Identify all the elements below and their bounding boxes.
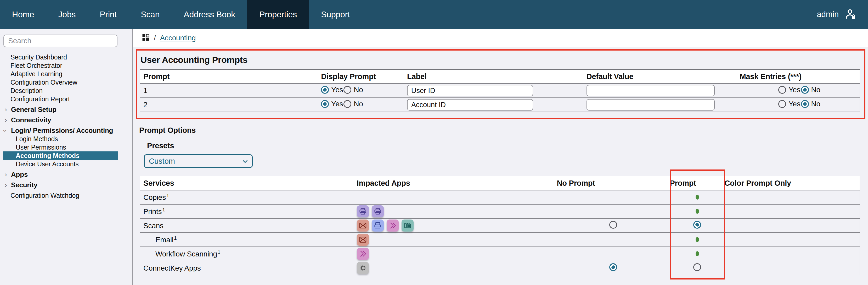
sidebar-group-login-permissions-accounting[interactable]: ›Login/ Permissions/ Accounting [0, 126, 132, 135]
prompt-radio[interactable] [670, 219, 724, 233]
sidebar-item-fleet-orchestrator[interactable]: Fleet Orchestrator [0, 61, 132, 70]
nav-spacer [362, 0, 817, 29]
nav-home[interactable]: Home [0, 0, 46, 29]
printer-icon [372, 205, 384, 218]
main-panel: / Accounting User Accounting Prompts Pro… [133, 29, 868, 285]
service-row-prints: Prints1 [140, 204, 860, 219]
nav-properties[interactable]: Properties [247, 0, 309, 29]
col-no-prompt: No Prompt [557, 176, 670, 190]
presets-select[interactable]: Custom [144, 154, 253, 168]
user-menu[interactable]: admin [817, 0, 868, 29]
color-prompt-only-cell [725, 261, 860, 275]
breadcrumb-link-accounting[interactable]: Accounting [160, 34, 196, 42]
sidebar-item-configuration-overview[interactable]: Configuration Overview [0, 78, 132, 86]
nav-print[interactable]: Print [88, 0, 129, 29]
sidebar-group-apps[interactable]: ›Apps [0, 170, 132, 179]
mask-entries-yes-radio[interactable] [778, 86, 786, 94]
chevron-right-icon: › [5, 170, 7, 179]
sidebar-item-configuration-watchdog[interactable]: Configuration Watchdog [0, 191, 132, 200]
sidebar-item-description[interactable]: Description [0, 86, 132, 95]
prompt-enabled-dot [695, 237, 699, 242]
sidebar-group-general-setup[interactable]: ›General Setup [0, 105, 132, 114]
col-prompt: Prompt [140, 69, 316, 84]
no-prompt-cell [557, 247, 670, 261]
nav-jobs[interactable]: Jobs [46, 0, 88, 29]
prompt-radio[interactable] [670, 261, 724, 275]
prompt-row-2: 2 Yes No [140, 98, 860, 112]
prompt-enabled-dot [695, 195, 699, 200]
default-value-field[interactable] [587, 99, 715, 111]
nav-scan[interactable]: Scan [129, 0, 172, 29]
user-name: admin [817, 10, 839, 19]
col-prompt: Prompt [670, 176, 724, 190]
services-table-wrap: Services Impacted Apps No Prompt Prompt … [140, 176, 860, 275]
chevron-right-icon: › [5, 116, 7, 124]
user-lock-icon [844, 8, 857, 21]
service-label: Prints [143, 207, 162, 216]
service-label: Copies [143, 193, 166, 201]
col-mask-entries: Mask Entries (***) [740, 69, 860, 84]
email-icon [357, 234, 369, 246]
no-prompt-radio[interactable] [557, 219, 670, 233]
chevron-down-icon: › [1, 130, 9, 132]
impacted-apps [357, 205, 557, 218]
display-prompt-no-radio[interactable] [343, 86, 351, 94]
workflow-scanning-icon [386, 220, 399, 232]
presets-select-wrap: Custom [144, 154, 253, 168]
display-prompt-yes-radio[interactable] [321, 100, 329, 108]
prompt-enabled-dot [695, 209, 699, 214]
service-row-copies: Copies1 [140, 190, 860, 204]
service-row-scans: Scans [140, 219, 860, 233]
col-impacted-apps: Impacted Apps [353, 176, 557, 190]
no-prompt-cell [557, 233, 670, 247]
display-prompt-no-radio[interactable] [343, 100, 351, 108]
color-prompt-only-cell [725, 219, 860, 233]
col-label: Label [401, 69, 579, 84]
scanner-icon [372, 220, 384, 232]
prompt-cell [670, 204, 724, 219]
sidebar-group-connectivity[interactable]: ›Connectivity [0, 116, 132, 124]
no-prompt-cell[interactable] [557, 204, 670, 219]
nav-support[interactable]: Support [309, 0, 362, 29]
sidebar-item-login-methods[interactable]: Login Methods [0, 135, 132, 143]
presets-label: Presets [147, 141, 865, 150]
prompt-cell [670, 247, 724, 261]
sidebar-group-security[interactable]: ›Security [0, 181, 132, 189]
sidebar-item-device-user-accounts[interactable]: Device User Accounts [0, 160, 132, 168]
breadcrumb: / Accounting [133, 29, 868, 47]
grid-icon[interactable] [142, 33, 150, 42]
annotation-box-user-accounting-prompts: User Accounting Prompts Prompt Display P… [136, 49, 865, 119]
footnote-marker: 1 [174, 235, 177, 241]
nav-address-book[interactable]: Address Book [172, 0, 247, 29]
screen: Home Jobs Print Scan Address Book Proper… [0, 0, 868, 285]
breadcrumb-separator: / [154, 34, 156, 42]
footnote-marker: 1 [218, 249, 220, 255]
sidebar-item-security-dashboard[interactable]: Security Dashboard [0, 53, 132, 61]
color-prompt-only-cell [725, 190, 860, 204]
search-input[interactable] [3, 35, 118, 47]
page-title: User Accounting Prompts [141, 55, 860, 65]
sidebar-item-configuration-report[interactable]: Configuration Report [0, 95, 132, 103]
color-prompt-only-cell [725, 247, 860, 261]
label-field[interactable] [407, 85, 533, 96]
mask-entries-no-radio[interactable] [801, 100, 809, 108]
prompt-number: 2 [140, 98, 316, 112]
mask-entries-yes-radio[interactable] [778, 100, 786, 108]
mask-entries-no-radio[interactable] [801, 86, 809, 94]
default-value-field[interactable] [587, 85, 715, 96]
no-prompt-radio[interactable] [557, 261, 670, 275]
sidebar-item-accounting-methods[interactable]: Accounting Methods [3, 151, 118, 160]
display-prompt-yes-radio[interactable] [321, 86, 329, 94]
fax-icon [402, 220, 413, 232]
impacted-apps [357, 220, 557, 232]
service-row-email: Email1 [140, 233, 860, 247]
label-field[interactable] [407, 99, 533, 111]
sidebar-item-user-permissions[interactable]: User Permissions [0, 143, 132, 151]
service-label: Email [155, 236, 174, 244]
prompt-enabled-dot [695, 251, 699, 256]
footnote-marker: 1 [166, 193, 169, 198]
services-table: Services Impacted Apps No Prompt Prompt … [140, 176, 860, 275]
no-prompt-cell[interactable] [557, 190, 670, 204]
sidebar-item-adaptive-learning[interactable]: Adaptive Learning [0, 70, 132, 78]
impacted-apps [357, 234, 557, 246]
